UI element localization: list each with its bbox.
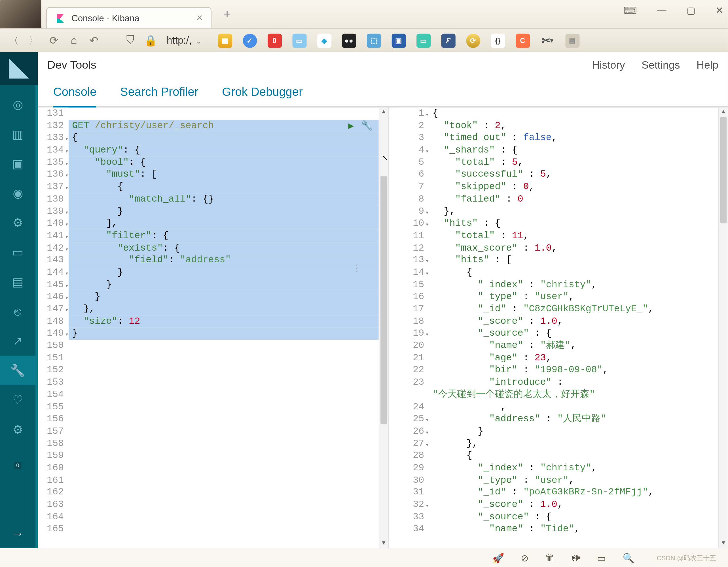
ext-icon-1[interactable]: ▦ — [218, 33, 232, 48]
status-rocket-icon[interactable]: 🚀 — [492, 552, 504, 563]
request-code[interactable]: GET /christy/user/_search{ "query": { "b… — [69, 107, 379, 548]
undo-icon[interactable]: ↶ — [86, 33, 101, 48]
browser-toolbar: 〈 〉 ⟳ ⌂ ↶ ⛉ 🔒 http:/, ⌄ ▦ ✓ 0 ▭ ◆ ●● ⬚ ▣… — [0, 28, 728, 52]
link-history[interactable]: History — [592, 59, 625, 71]
kibana-favicon-icon — [55, 13, 66, 24]
address-bar[interactable]: http:/, ⌄ — [167, 35, 202, 46]
nav-back-icon[interactable]: 〈 — [6, 33, 21, 48]
window-maximize-icon[interactable]: ▢ — [687, 5, 695, 16]
keyboard-icon[interactable]: ⌨ — [623, 5, 637, 16]
ext-icon-8[interactable]: ▣ — [391, 33, 406, 48]
sidebar-badge-count: 0 — [14, 462, 21, 469]
kibana-sidebar: ◎ ▥ ▣ ◉ ⚙ ▭ ▤ ⎋ ↗ 🔧 ♡ ⚙ 0 → — [0, 52, 38, 548]
sidebar-apm-icon[interactable]: ⚙ — [0, 208, 35, 238]
kibana-logo-icon — [9, 58, 29, 79]
ext-icon-14[interactable]: ▤ — [565, 33, 579, 48]
ext-icon-5[interactable]: ◆ — [317, 33, 331, 48]
ext-icon-10[interactable]: 𝐹 — [441, 33, 455, 48]
sidebar-ml-icon[interactable]: ▤ — [0, 267, 35, 297]
status-sound-icon[interactable]: 🕪 — [571, 553, 580, 563]
browser-tab[interactable]: Console - Kibana × — [46, 7, 212, 28]
console-body: ▶ 🔧 ↖ 131132133▾134▾135▾136▾137▾138139▾1… — [38, 107, 728, 548]
tab-search-profiler[interactable]: Search Profiler — [120, 78, 198, 106]
url-text: http:/, — [167, 35, 192, 46]
status-panel-icon[interactable]: ▭ — [597, 552, 606, 563]
ext-icon-2[interactable]: ✓ — [243, 33, 257, 48]
kibana-tabs: Console Search Profiler Grok Debugger — [38, 78, 728, 107]
window-controls: ⌨ — ▢ ✕ — [623, 5, 723, 16]
response-code[interactable]: { "took" : 2, "timed_out" : false, "_sha… — [429, 107, 718, 548]
new-tab-button[interactable]: + — [219, 4, 236, 24]
scroll-thumb[interactable] — [720, 117, 727, 223]
kibana-app: ◎ ▥ ▣ ◉ ⚙ ▭ ▤ ⎋ ↗ 🔧 ♡ ⚙ 0 → Dev Tools Hi… — [0, 52, 728, 548]
window-close-icon[interactable]: ✕ — [716, 5, 723, 16]
request-scrollbar[interactable]: ▲ ▼ — [379, 107, 388, 548]
sidebar-management-icon[interactable]: ⚙ — [0, 415, 35, 444]
sidebar-discover-icon[interactable]: ◎ — [0, 90, 35, 119]
window-minimize-icon[interactable]: — — [657, 5, 666, 16]
ext-icon-4[interactable]: ▭ — [292, 33, 306, 48]
status-block-icon[interactable]: ⊘ — [521, 552, 528, 563]
kibana-main: Dev Tools History Settings Help Console … — [38, 52, 728, 548]
lock-icon[interactable]: 🔒 — [143, 33, 158, 48]
response-viewer[interactable]: 1▾234▾56789▾10▾111213▾14▾1516171819▾2021… — [398, 107, 728, 548]
tab-console[interactable]: Console — [53, 78, 97, 107]
ext-icon-13[interactable]: C — [515, 33, 530, 48]
tab-close-icon[interactable]: × — [196, 12, 203, 24]
ext-icon-12[interactable]: {} — [491, 33, 505, 48]
pane-resize-handle[interactable]: ⋮ — [352, 262, 361, 274]
ext-icon-11[interactable]: ⟳ — [466, 33, 480, 48]
nav-forward-icon[interactable]: 〉 — [26, 33, 41, 48]
response-gutter: 1▾234▾56789▾10▾111213▾14▾1516171819▾2021… — [398, 107, 429, 548]
tab-grok-debugger[interactable]: Grok Debugger — [222, 78, 303, 106]
sidebar-devtools-icon[interactable]: 🔧 — [0, 356, 35, 385]
profile-avatar[interactable] — [0, 0, 41, 28]
sidebar-visualize-icon[interactable]: ▥ — [0, 119, 35, 149]
shield-icon[interactable]: ⛉ — [123, 33, 138, 48]
ext-icon-3[interactable]: 0 — [267, 33, 282, 48]
status-trash-icon[interactable]: 🗑 — [545, 553, 555, 563]
scissors-icon[interactable]: ✂▾ — [540, 33, 555, 48]
request-editor[interactable]: ▶ 🔧 ↖ 131132133▾134▾135▾136▾137▾138139▾1… — [38, 107, 389, 548]
home-icon[interactable]: ⌂ — [66, 33, 81, 48]
sidebar-logs-icon[interactable]: ↗ — [0, 326, 35, 356]
scroll-up-icon[interactable]: ▲ — [379, 107, 388, 117]
sidebar-infra-icon[interactable]: ⎋ — [0, 297, 35, 326]
sidebar-timelion-icon[interactable]: ◉ — [0, 178, 35, 208]
run-request-icon[interactable]: ▶ — [348, 120, 354, 133]
sidebar-canvas-icon[interactable]: ▭ — [0, 238, 35, 267]
ext-icon-7[interactable]: ⬚ — [367, 33, 381, 48]
page-title: Dev Tools — [47, 58, 96, 71]
watermark-text: CSDN @码农三十五 — [657, 553, 716, 562]
sidebar-badge-icon[interactable]: 0 — [0, 444, 35, 474]
request-gutter: 131132133▾134▾135▾136▾137▾138139▾140▾141… — [38, 107, 68, 548]
request-options-icon[interactable]: 🔧 — [361, 120, 373, 133]
header-links: History Settings Help — [592, 59, 718, 71]
browser-statusbar: 🚀 ⊘ 🗑 🕪 ▭ 🔍 CSDN @码农三十五 — [0, 548, 728, 567]
tab-title: Console - Kibana — [71, 13, 196, 23]
scroll-down-icon[interactable]: ▼ — [379, 539, 388, 548]
dropdown-icon[interactable]: ⌄ — [195, 36, 202, 45]
sidebar-dashboard-icon[interactable]: ▣ — [0, 149, 35, 178]
kibana-header: Dev Tools History Settings Help — [38, 52, 728, 78]
reload-icon[interactable]: ⟳ — [46, 33, 62, 48]
browser-titlebar: Console - Kibana × + ⌨ — ▢ ✕ — [0, 0, 728, 28]
ext-icon-9[interactable]: ▭ — [416, 33, 430, 48]
scroll-up-icon[interactable]: ▲ — [719, 107, 728, 117]
response-scrollbar[interactable]: ▲ ▼ — [718, 107, 728, 548]
status-search-icon[interactable]: 🔍 — [623, 552, 634, 563]
link-settings[interactable]: Settings — [642, 59, 680, 71]
link-help[interactable]: Help — [697, 59, 718, 71]
ext-icon-6[interactable]: ●● — [342, 33, 356, 48]
scroll-thumb[interactable] — [380, 176, 387, 424]
sidebar-collapse-icon[interactable]: → — [0, 519, 35, 548]
kibana-logo[interactable] — [0, 52, 38, 85]
extensions-bar: ▦ ✓ 0 ▭ ◆ ●● ⬚ ▣ ▭ 𝐹 ⟳ {} C ✂▾ ▤ — [218, 33, 579, 48]
scroll-down-icon[interactable]: ▼ — [719, 539, 728, 548]
sidebar-monitoring-icon[interactable]: ♡ — [0, 385, 35, 415]
